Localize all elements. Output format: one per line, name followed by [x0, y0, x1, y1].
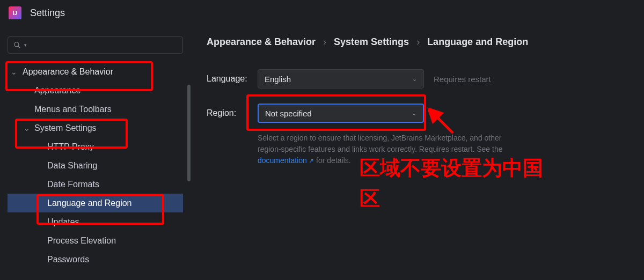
sidebar-item-date-formats[interactable]: Date Formats	[8, 175, 183, 194]
settings-main-panel: Appearance & Behavior › System Settings …	[191, 26, 644, 280]
settings-sidebar: ▾ Appearance & Behavior Appearance Menus…	[0, 26, 191, 280]
language-hint: Requires restart	[434, 75, 491, 84]
breadcrumb-part[interactable]: System Settings	[334, 36, 409, 48]
sidebar-item-menus-toolbars[interactable]: Menus and Toolbars	[8, 100, 183, 119]
sidebar-item-http-proxy[interactable]: HTTP Proxy	[8, 137, 183, 156]
settings-tree: Appearance & Behavior Appearance Menus a…	[8, 62, 183, 269]
window-title: Settings	[30, 8, 65, 19]
sidebar-item-system-settings[interactable]: System Settings	[8, 119, 183, 137]
app-icon: IJ	[9, 6, 21, 19]
sidebar-item-passwords[interactable]: Passwords	[8, 250, 183, 269]
documentation-link[interactable]: documentation	[258, 156, 307, 165]
search-dropdown-icon: ▾	[24, 42, 27, 48]
breadcrumb-separator: ›	[416, 36, 420, 48]
region-select[interactable]: Not specified ⌄	[258, 104, 424, 123]
region-label: Region:	[207, 108, 258, 118]
external-link-icon: ↗	[307, 157, 314, 165]
chevron-down-icon: ⌄	[412, 110, 416, 117]
region-value: Not specified	[265, 109, 312, 118]
search-icon	[13, 41, 21, 49]
chevron-down-icon: ⌄	[412, 76, 417, 83]
sidebar-item-appearance[interactable]: Appearance	[8, 81, 183, 100]
breadcrumb: Appearance & Behavior › System Settings …	[207, 36, 628, 48]
sidebar-scrollbar[interactable]	[187, 85, 191, 181]
language-select[interactable]: English ⌄	[258, 69, 424, 89]
region-help-text: Select a region to ensure that licensing…	[258, 132, 526, 166]
search-input[interactable]: ▾	[8, 36, 183, 54]
svg-line-1	[18, 46, 20, 48]
breadcrumb-part: Language and Region	[427, 36, 528, 48]
svg-point-0	[14, 42, 19, 47]
breadcrumb-part[interactable]: Appearance & Behavior	[207, 36, 316, 48]
language-value: English	[265, 75, 291, 84]
sidebar-item-updates[interactable]: Updates	[8, 212, 183, 231]
sidebar-item-language-region[interactable]: Language and Region	[8, 194, 183, 212]
sidebar-item-data-sharing[interactable]: Data Sharing	[8, 156, 183, 175]
sidebar-item-appearance-behavior[interactable]: Appearance & Behavior	[8, 62, 183, 81]
language-label: Language:	[207, 74, 258, 84]
sidebar-item-process-elevation[interactable]: Process Elevation	[8, 231, 183, 250]
breadcrumb-separator: ›	[323, 36, 326, 48]
